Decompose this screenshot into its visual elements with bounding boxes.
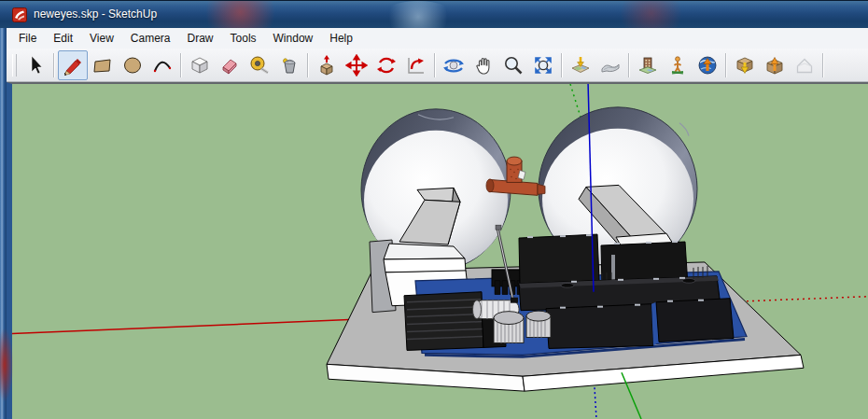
menu-file[interactable]: File [10, 29, 45, 49]
share-component-button[interactable] [790, 50, 819, 80]
magnifier-icon [502, 54, 525, 77]
rotate-tool-button[interactable] [371, 50, 401, 80]
pan-tool-button[interactable] [469, 50, 498, 80]
toolbar-separator [307, 53, 309, 77]
offset-tool-button[interactable] [401, 50, 431, 80]
crate-up-arrow-icon [763, 54, 786, 77]
toolbar-separator [628, 53, 630, 77]
menu-window[interactable]: Window [265, 29, 322, 49]
toggle-terrain-button[interactable] [595, 50, 625, 80]
title-bar[interactable]: neweyes.skp - SketchUp [0, 0, 868, 28]
viewport-canvas[interactable] [7, 82, 868, 419]
eraser-tool-button[interactable] [215, 50, 245, 80]
share-model-button[interactable] [760, 50, 790, 80]
building-icon [637, 54, 659, 77]
paint-bucket-icon [278, 54, 301, 77]
titlebar-glass-reflection [381, 1, 455, 28]
toolbar-separator [561, 53, 563, 77]
select-arrow-icon [24, 54, 47, 77]
select-tool-button[interactable] [21, 50, 50, 80]
rectangle-tool-button[interactable] [88, 50, 118, 80]
magnifier-extents-icon [532, 54, 554, 77]
toolbar-grip[interactable] [12, 54, 17, 77]
pencil-icon [62, 54, 84, 77]
rotate-arrows-icon [375, 54, 398, 77]
hand-icon [472, 54, 495, 77]
tape-measure-button[interactable] [245, 50, 274, 80]
add-location-button[interactable] [566, 50, 595, 80]
menu-view[interactable]: View [81, 29, 122, 49]
orbit-tool-button[interactable] [439, 50, 469, 80]
position-camera-button[interactable] [663, 50, 693, 80]
house-outline-icon [793, 54, 816, 77]
arc-icon [151, 54, 174, 77]
toolbar-separator [180, 53, 182, 77]
circle-tool-button[interactable] [118, 50, 147, 80]
person-figure-icon [666, 54, 689, 77]
paint-bucket-button[interactable] [274, 50, 304, 80]
move-arrows-icon [345, 54, 368, 77]
tape-measure-icon [248, 54, 271, 77]
google-earth-button[interactable] [693, 50, 722, 80]
push-pull-icon [315, 54, 338, 77]
menu-camera[interactable]: Camera [122, 29, 179, 49]
globe-up-arrow-icon [696, 54, 719, 77]
toolbar-separator [725, 53, 727, 77]
get-models-button[interactable] [730, 50, 760, 80]
window-border-left [0, 28, 7, 419]
orbit-icon [442, 54, 465, 77]
offset-arc-icon [405, 54, 427, 77]
make-component-button[interactable] [185, 50, 215, 80]
toolbar [7, 49, 868, 82]
move-tool-button[interactable] [342, 50, 371, 80]
menu-help[interactable]: Help [321, 29, 361, 49]
titlebar-glass-reflection [196, 0, 285, 28]
sketchup-logo-icon [12, 7, 27, 22]
toolbar-separator [434, 53, 436, 77]
zoom-extents-button[interactable] [528, 50, 558, 80]
menu-tools[interactable]: Tools [222, 29, 265, 49]
menu-edit[interactable]: Edit [45, 29, 81, 49]
rectangle-icon [91, 54, 114, 77]
window-title: neweyes.skp - SketchUp [34, 7, 157, 21]
crate-down-arrow-icon [734, 54, 756, 77]
toolbar-separator [822, 53, 824, 77]
map-down-arrow-icon [569, 54, 592, 77]
menu-bar: File Edit View Camera Draw Tools Window … [7, 28, 868, 49]
photo-textures-button[interactable] [633, 50, 663, 80]
push-pull-button[interactable] [312, 50, 342, 80]
sketchup-window: neweyes.skp - SketchUp File Edit View Ca… [0, 0, 868, 419]
toolbar-separator [53, 53, 55, 77]
arc-tool-button[interactable] [147, 50, 177, 80]
zoom-tool-button[interactable] [498, 50, 528, 80]
component-box-icon [189, 54, 211, 77]
eraser-icon [218, 54, 241, 77]
circle-icon [121, 54, 144, 77]
menu-draw[interactable]: Draw [179, 29, 222, 49]
line-tool-button[interactable] [58, 50, 88, 80]
titlebar-glass-reflection [611, 0, 691, 28]
terrain-sheet-icon [599, 54, 622, 77]
